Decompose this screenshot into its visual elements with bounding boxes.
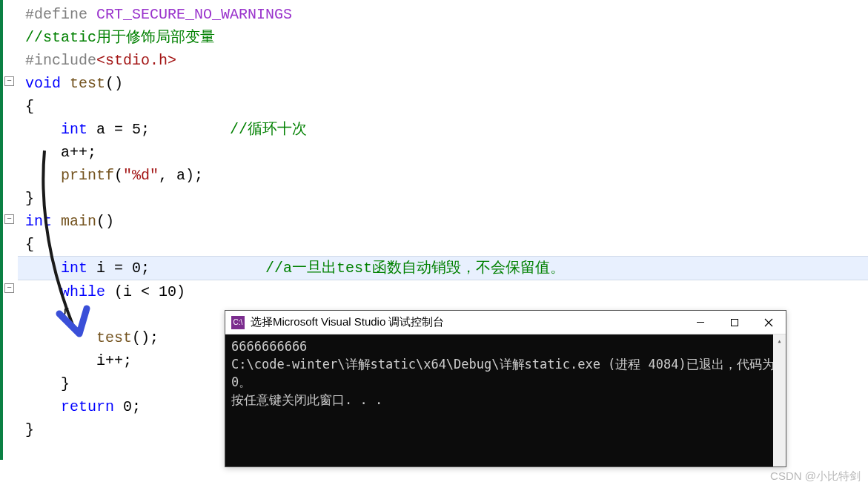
console-title: 选择Microsoft Visual Studio 调试控制台: [251, 315, 683, 329]
svg-rect-0: [697, 322, 704, 323]
minimize-button[interactable]: [683, 311, 718, 334]
console-app-icon: C:\: [231, 316, 245, 329]
code-line[interactable]: //static用于修饰局部变量: [18, 26, 868, 49]
close-icon: [764, 318, 773, 327]
code-line[interactable]: printf("%d", a);: [18, 164, 868, 187]
maximize-button[interactable]: [718, 311, 752, 334]
code-line[interactable]: while (i < 10): [18, 280, 868, 303]
console-line: C:\code-winter\详解static\x64\Debug\详解stat…: [231, 355, 780, 391]
watermark: CSDN @小比特剑: [770, 469, 861, 484]
code-line[interactable]: {: [18, 233, 868, 256]
console-titlebar[interactable]: C:\ 选择Microsoft Visual Studio 调试控制台: [225, 311, 786, 334]
code-line-highlighted[interactable]: int i = 0; //a一旦出test函数自动销毁，不会保留值。: [18, 256, 868, 280]
code-line[interactable]: a++;: [18, 141, 868, 164]
console-scrollbar[interactable]: ▴: [773, 334, 786, 466]
minimize-icon: [697, 322, 704, 323]
console-window: C:\ 选择Microsoft Visual Studio 调试控制台 6666…: [225, 310, 786, 467]
scroll-up-icon[interactable]: ▴: [773, 334, 786, 347]
code-line[interactable]: #define CRT_SECURE_NO_WARNINGS: [18, 3, 868, 26]
code-line[interactable]: #include<stdio.h>: [18, 49, 868, 72]
code-line[interactable]: }: [18, 187, 868, 210]
maximize-icon: [731, 319, 738, 326]
fold-toggle[interactable]: −: [4, 76, 14, 86]
code-line[interactable]: int a = 5; //循环十次: [18, 118, 868, 141]
console-output[interactable]: 6666666666 C:\code-winter\详解static\x64\D…: [225, 334, 786, 466]
code-line[interactable]: {: [18, 95, 868, 118]
fold-toggle[interactable]: −: [4, 283, 14, 293]
fold-toggle[interactable]: −: [4, 214, 14, 224]
close-button[interactable]: [752, 311, 786, 334]
code-line[interactable]: int main(): [18, 210, 868, 233]
console-line: 按任意键关闭此窗口. . .: [231, 391, 780, 409]
svg-rect-1: [732, 319, 738, 326]
code-line[interactable]: void test(): [18, 72, 868, 95]
editor-gutter: − − −: [3, 0, 16, 460]
console-line: 6666666666: [231, 337, 780, 355]
